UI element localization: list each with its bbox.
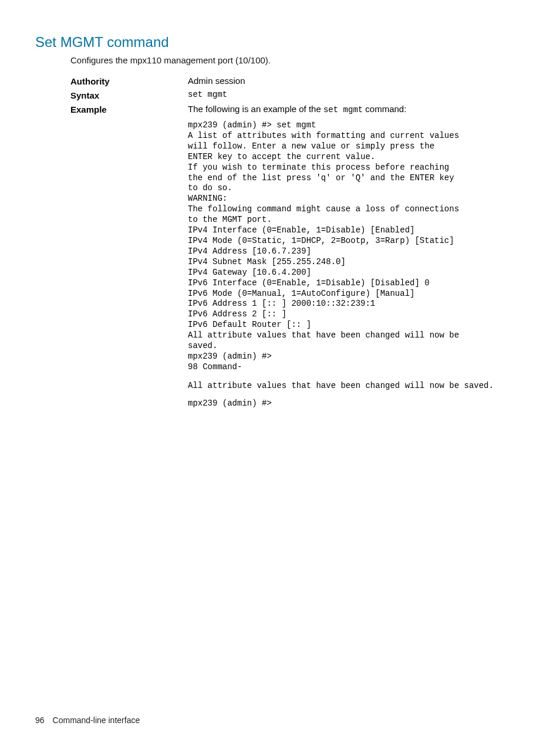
- authority-row: Authority Admin session: [70, 76, 525, 86]
- syntax-value: set mgmt: [188, 90, 525, 99]
- example-body: The following is an example of the set m…: [188, 104, 525, 408]
- page-content: Set MGMT command Configures the mpx110 m…: [0, 0, 560, 408]
- syntax-row: Syntax set mgmt: [70, 90, 525, 100]
- footer-section: Command-line interface: [53, 715, 140, 725]
- example-row: Example The following is an example of t…: [70, 104, 525, 408]
- example-intro-post: command:: [363, 104, 406, 114]
- example-after-prompt: mpx239 (admin) #>: [188, 399, 525, 408]
- syntax-label: Syntax: [70, 90, 188, 100]
- page-footer: 96Command-line interface: [35, 715, 140, 725]
- example-after-text: All attribute values that have been chan…: [188, 381, 525, 391]
- section-heading: Set MGMT command: [35, 34, 525, 50]
- authority-value: Admin session: [188, 76, 525, 86]
- page-number: 96: [35, 715, 45, 725]
- authority-label: Authority: [70, 76, 188, 86]
- example-intro-cmd: set mgmt: [323, 105, 363, 114]
- example-intro-pre: The following is an example of the: [188, 104, 323, 114]
- definitions: Authority Admin session Syntax set mgmt …: [70, 76, 525, 408]
- example-label: Example: [70, 104, 188, 114]
- section-intro: Configures the mpx110 management port (1…: [70, 55, 525, 65]
- example-code-block: mpx239 (admin) #> set mgmt A list of att…: [188, 120, 525, 373]
